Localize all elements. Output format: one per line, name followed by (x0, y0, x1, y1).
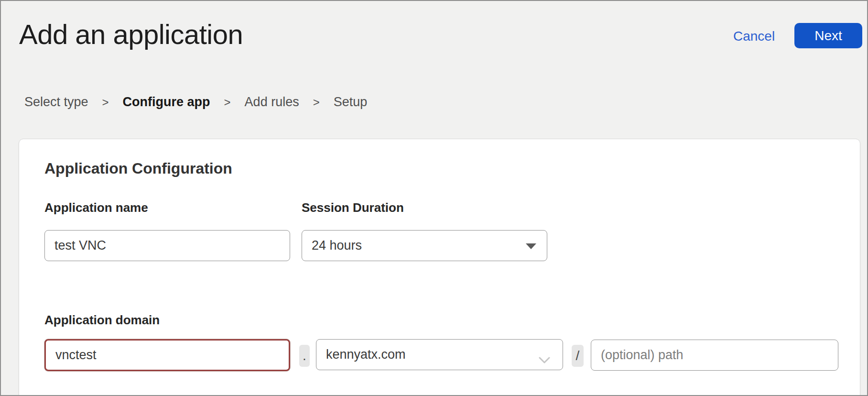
path-input[interactable] (591, 340, 838, 371)
application-domain-label: Application domain (44, 313, 160, 328)
session-duration-value: 24 hours (312, 238, 362, 253)
section-title: Application Configuration (44, 160, 232, 177)
breadcrumb-separator: > (102, 96, 109, 109)
dropdown-caret-icon (526, 243, 536, 249)
application-name-label: Application name (44, 200, 148, 215)
domain-select-value: kennyatx.com (326, 347, 406, 362)
domain-select[interactable]: kennyatx.com (316, 339, 563, 370)
next-button[interactable]: Next (794, 23, 862, 48)
chevron-down-icon (539, 352, 550, 367)
application-name-input[interactable] (44, 230, 290, 261)
breadcrumb: Select type > Configure app > Add rules … (24, 95, 367, 110)
session-duration-label: Session Duration (302, 200, 404, 215)
page-title: Add an application (19, 18, 243, 50)
cancel-button[interactable]: Cancel (733, 29, 775, 44)
dot-separator: . (299, 345, 310, 367)
breadcrumb-step-setup[interactable]: Setup (334, 95, 368, 110)
subdomain-input[interactable] (44, 339, 290, 371)
breadcrumb-separator: > (224, 96, 231, 109)
breadcrumb-step-add-rules[interactable]: Add rules (245, 95, 299, 110)
application-configuration-card: Application Configuration Application na… (19, 139, 860, 396)
session-duration-select[interactable]: 24 hours (302, 230, 547, 261)
slash-separator: / (572, 345, 584, 367)
breadcrumb-step-configure-app[interactable]: Configure app (123, 95, 210, 110)
add-application-page: Add an application Cancel Next Select ty… (0, 0, 868, 396)
breadcrumb-separator: > (313, 96, 320, 109)
breadcrumb-step-select-type[interactable]: Select type (24, 95, 88, 110)
